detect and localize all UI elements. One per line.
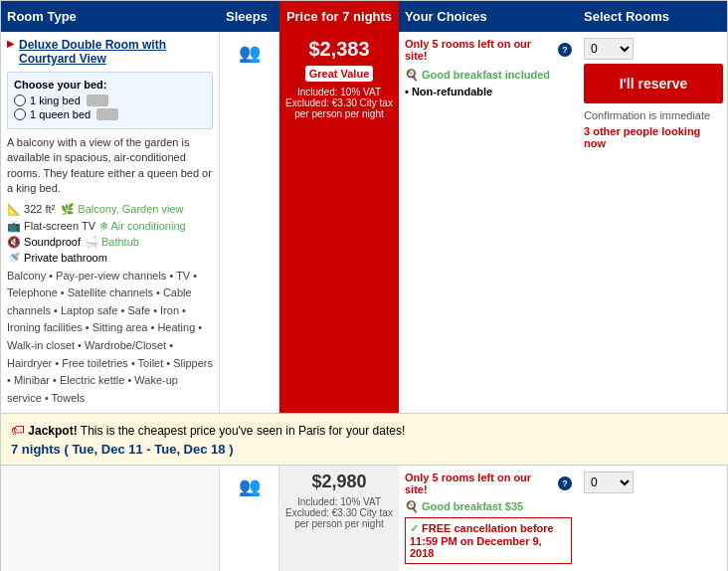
jackpot-text: This is the cheapest price you've seen i… xyxy=(81,424,405,438)
room1-bathtub: 🛁 Bathtub xyxy=(85,236,139,249)
radio-king[interactable] xyxy=(14,95,26,106)
header-room-type: Room Type xyxy=(1,1,220,32)
room1-ac: ❄ Air conditioning xyxy=(99,220,186,233)
room2-price-cell: $2,980 Included: 10% VAT Excluded: €3.30… xyxy=(279,466,399,571)
room1-description: A balcony with a view of the garden is a… xyxy=(7,135,213,197)
room2-free-cancel: ✓ FREE cancellation before 11:59 PM on D… xyxy=(405,517,572,564)
jackpot-nights: 7 nights ( Tue, Dec 11 - Tue, Dec 18 ) xyxy=(11,442,719,457)
header-sleeps: Sleeps xyxy=(220,1,279,32)
room2-included: Included: 10% VAT xyxy=(285,496,393,507)
room2-sleeps: 👥 xyxy=(220,466,279,571)
jackpot-bold: Jackpot! xyxy=(28,424,77,438)
room1-size: 📐 322 ft² xyxy=(7,203,55,216)
room1-tv: 📺 Flat-screen TV xyxy=(7,220,95,233)
room1-included: Included: 10% VAT xyxy=(285,87,393,97)
room1-info-icon[interactable]: ? xyxy=(558,43,572,57)
room1-reserve-button[interactable]: I'll reserve xyxy=(584,64,723,103)
room1-confirmation: Confirmation is immediate xyxy=(584,109,723,121)
header-choices: Your Choices xyxy=(399,1,578,32)
room1-select: 0123 I'll reserve Confirmation is immedi… xyxy=(578,32,728,413)
room1-price-cell: $2,383 Great Value Included: 10% VAT Exc… xyxy=(279,32,399,413)
room2-select: 0123 xyxy=(578,466,728,571)
room1-price: $2,383 xyxy=(285,38,393,61)
radio-queen[interactable] xyxy=(14,108,26,120)
room1-bathroom: 🚿 Private bathroom xyxy=(7,252,107,264)
room1-breakfast: 🍳 Good breakfast included xyxy=(405,68,572,82)
jackpot-tag-icon: 🏷 xyxy=(11,422,25,438)
room1-soundproof: 🔇 Soundproof xyxy=(7,236,81,249)
room1-excluded: Excluded: €3.30 City tax per person per … xyxy=(285,97,393,119)
room2-excluded: Excluded: €3.30 City tax per person per … xyxy=(285,507,393,529)
room1-availability: Only 5 rooms left on our site! xyxy=(405,38,555,62)
room2-choices: Only 5 rooms left on our site! ? 🍳 Good … xyxy=(399,466,578,571)
room2-breakfast: 🍳 Good breakfast $35 xyxy=(405,499,572,513)
room2-price: $2,980 xyxy=(285,472,393,492)
header-select: Select Rooms xyxy=(578,1,728,32)
room1-details: ▶ Deluxe Double Room with Courtyard View… xyxy=(1,32,220,413)
room1-nonref: • Non-refundable xyxy=(405,86,572,97)
room2-qty-select[interactable]: 0123 xyxy=(584,472,634,493)
room1-sleeps: 👥 xyxy=(220,32,279,413)
jackpot-banner: 🏷 Jackpot! This is the cheapest price yo… xyxy=(1,414,728,465)
bed-queen-label: 1 queen bed xyxy=(30,108,91,120)
room1-great-value: Great Value xyxy=(304,65,375,83)
room1-qty-select[interactable]: 0123 xyxy=(584,38,634,60)
room1-amenities: Balcony • Pay-per-view channels • TV • T… xyxy=(7,268,213,408)
room1-choices: Only 5 rooms left on our site! ? 🍳 Good … xyxy=(399,32,578,413)
bed-king-label: 1 king bed xyxy=(30,95,81,106)
room1-name[interactable]: Deluxe Double Room with Courtyard View xyxy=(19,38,213,66)
header-price: Price for 7 nights xyxy=(279,1,399,32)
room2-type xyxy=(1,466,220,571)
room1-balcony: 🌿 Balcony, Garden view xyxy=(61,203,183,216)
room2-availability: Only 5 rooms left on our site! xyxy=(405,472,555,495)
room1-people-looking: 3 other people looking now xyxy=(584,125,723,149)
room2-info-icon[interactable]: ? xyxy=(558,476,572,490)
